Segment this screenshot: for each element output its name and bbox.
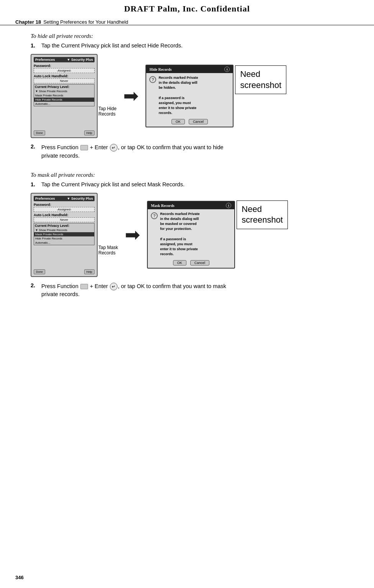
spacer-1	[31, 165, 343, 172]
step1-num-2: 1.	[31, 181, 41, 187]
list-item-auto-2: Automatic...	[34, 241, 94, 245]
dialog-info-icon-mask: i	[226, 203, 231, 208]
tap-label-1: Tap HideRecords	[98, 106, 116, 117]
diagram1-container: Preferences ▼ Security Plus Password: -A…	[31, 54, 343, 138]
autolock-field-1: Never	[34, 78, 95, 83]
need-screenshot-2: Needscreenshot	[237, 200, 288, 229]
palm-title-right-1: ▼ Security Plus	[67, 58, 93, 62]
diagram1: Preferences ▼ Security Plus Password: -A…	[31, 54, 343, 138]
password-field-1: -Assigned-	[34, 68, 95, 73]
arrow-icon-2: ➡	[125, 226, 140, 244]
palm-screen-1: Preferences ▼ Security Plus Password: -A…	[31, 54, 98, 138]
step2-num-1: 2.	[31, 143, 41, 160]
dialog-title-hide: Hide Records i	[146, 65, 233, 73]
tap-annotation-1: Tap HideRecords	[98, 106, 116, 117]
chapter-title: Setting Preferences for Your Handheld	[43, 19, 128, 25]
privacy-label-2: Current Privacy Level:	[34, 223, 94, 228]
hide-records-dialog: Hide Records i ? Records marked Private …	[145, 65, 234, 127]
palm-title-right-2: ▼ Security Plus	[67, 197, 93, 200]
privacy-list-2: Current Privacy Level: ▼ Show Private Re…	[34, 223, 95, 245]
section2-heading: To mask all private records:	[31, 172, 343, 178]
fn-key-1	[80, 145, 88, 150]
dialog-ok-mask[interactable]: OK	[173, 260, 186, 265]
dialog-text-hide: Records marked Private in the details di…	[158, 75, 230, 115]
section1-step2: 2. Press Function + Enter ↵, or tap OK t…	[31, 143, 343, 160]
list-item-show-2: ▼ Show Private Records	[34, 228, 94, 232]
step1-num: 1.	[31, 42, 41, 49]
list-item-hide-1: Hide Private Records	[34, 98, 94, 102]
main-content: To hide all private records: 1. Tap the …	[0, 25, 374, 311]
dialog-info-icon-hide: i	[224, 67, 230, 72]
page-number: 346	[15, 575, 24, 580]
enter-key-2: ↵	[110, 283, 118, 290]
palm-titlebar-1: Preferences ▼ Security Plus	[34, 57, 95, 62]
privacy-label-1: Current Privacy Level:	[34, 85, 94, 89]
enter-key-1: ↵	[110, 144, 118, 151]
help-btn-1[interactable]: Help	[84, 130, 95, 135]
palm-title-left-2: Preferences	[35, 197, 55, 200]
password-label-1: Password:	[34, 64, 95, 68]
arrow-icon-1: ➡	[123, 87, 139, 105]
step2-text-1: Press Function + Enter ↵, or tap OK to c…	[41, 143, 224, 160]
autolock-field-2: Never	[34, 217, 95, 222]
tap-annotation-2: Tap MaskRecords	[98, 245, 118, 256]
dialog-title-mask: Mask Records i	[148, 202, 234, 209]
arrow-1: ➡	[116, 87, 145, 105]
palm-title-left-1: Preferences	[35, 58, 55, 62]
dialog-cancel-hide[interactable]: Cancel	[189, 119, 208, 124]
page-footer: 346	[15, 575, 24, 580]
dialog-body-mask: ? Records marked Private in the details …	[148, 209, 234, 258]
autolock-label-2: Auto Lock Handheld:	[34, 213, 95, 217]
tap-label-2: Tap MaskRecords	[98, 245, 118, 256]
dialog-ok-hide[interactable]: OK	[171, 119, 185, 124]
autolock-label-1: Auto Lock Handheld:	[34, 74, 95, 78]
list-item-hide-2: Hide Private Records	[34, 236, 94, 241]
mask-records-dialog: Mask Records i ? Records marked Private …	[147, 201, 235, 268]
need-screenshot-1: Needscreenshot	[235, 65, 286, 94]
draft-title: DRAFT Palm, Inc. Confidential	[0, 4, 374, 14]
section1-step1: 1. Tap the Current Privacy pick list and…	[31, 42, 343, 49]
section-mask-records: To mask all private records: 1. Tap the …	[31, 172, 343, 299]
palm-titlebar-2: Preferences ▼ Security Plus	[34, 196, 95, 201]
section2-step1: 1. Tap the Current Privacy pick list and…	[31, 181, 343, 187]
diagram2: Preferences ▼ Security Plus Password: -A…	[31, 193, 343, 277]
step1-text: Tap the Current Privacy pick list and se…	[41, 42, 343, 49]
dialog-cancel-mask[interactable]: Cancel	[190, 260, 209, 265]
dialog-body-hide: ? Records marked Private in the details …	[146, 73, 233, 117]
section-hide-records: To hide all private records: 1. Tap the …	[31, 33, 343, 160]
dialog-question-icon-hide: ?	[149, 76, 156, 83]
list-item-mask-2: Mask Private Records	[34, 232, 94, 236]
step2-text-2: Press Function + Enter ↵, or tap OK to c…	[41, 282, 226, 299]
diagram2-container: Preferences ▼ Security Plus Password: -A…	[31, 193, 343, 277]
list-item-auto-1: Automatic...	[34, 102, 94, 106]
done-btn-1[interactable]: Done	[34, 130, 45, 135]
step2-num-2: 2.	[31, 282, 41, 299]
chapter-number: Chapter 18	[15, 19, 41, 25]
step1-text-2: Tap the Current Privacy pick list and se…	[41, 181, 343, 187]
dialog-title-text-hide: Hide Records	[149, 67, 171, 72]
dialog-text-mask: Records marked Private in the details di…	[160, 212, 231, 256]
palm-screen-2: Preferences ▼ Security Plus Password: -A…	[31, 193, 98, 277]
dialog-buttons-mask: OK Cancel	[148, 258, 234, 268]
arrow-2: ➡	[118, 226, 147, 244]
privacy-list-1: Current Privacy Level: ▼ Show Private Re…	[34, 84, 95, 106]
page-header: DRAFT Palm, Inc. Confidential	[0, 0, 374, 16]
dialog-question-icon-mask: ?	[151, 212, 158, 219]
done-btn-2[interactable]: Done	[34, 269, 45, 274]
palm-bottom-1: Done Help	[34, 130, 95, 135]
help-btn-2[interactable]: Help	[84, 269, 95, 274]
chapter-line: Chapter 18 Setting Preferences for Your …	[0, 16, 374, 25]
dialog-buttons-hide: OK Cancel	[146, 117, 233, 127]
password-field-2: -Assigned-	[34, 207, 95, 212]
list-item-show-1: ▼ Show Private Records	[34, 89, 94, 93]
dialog-title-text-mask: Mask Records	[151, 204, 174, 208]
list-item-mask-1: Mask Private Records	[34, 93, 94, 98]
palm-bottom-2: Done Help	[34, 269, 95, 274]
fn-key-2	[80, 284, 88, 289]
password-label-2: Password:	[34, 203, 95, 207]
section1-heading: To hide all private records:	[31, 33, 343, 39]
section2-step2: 2. Press Function + Enter ↵, or tap OK t…	[31, 282, 343, 299]
